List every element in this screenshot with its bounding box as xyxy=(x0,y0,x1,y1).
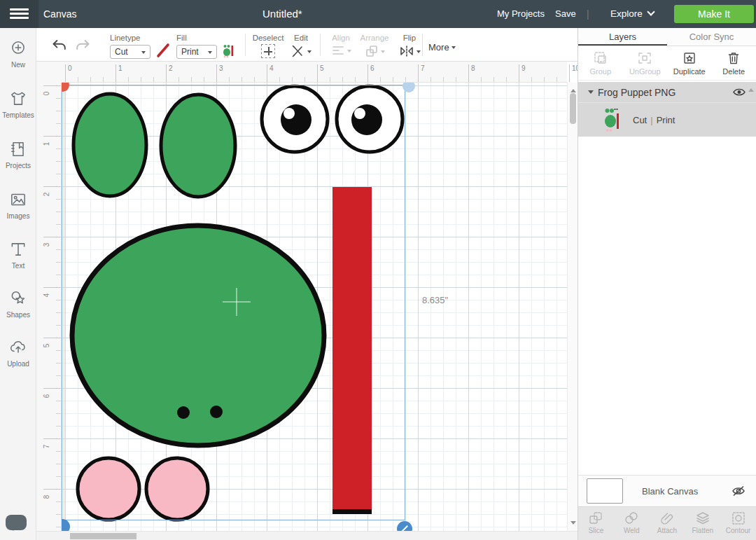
layer-name: Frog Puppet PNG xyxy=(598,87,732,98)
sidebar-item-text[interactable]: Text xyxy=(0,240,36,270)
ruler-tick xyxy=(393,77,393,82)
my-projects-link[interactable]: My Projects xyxy=(497,0,545,28)
deselect-icon xyxy=(261,44,275,58)
ungroup-button[interactable]: UnGroup xyxy=(623,46,668,80)
blank-canvas-label: Blank Canvas xyxy=(642,486,731,497)
edit-menu-button[interactable]: Edit xyxy=(287,34,315,58)
layers-panel: Layers Color Sync Group UnGroup Duplicat… xyxy=(578,28,756,540)
fill-print-swatch[interactable] xyxy=(221,43,235,58)
linetype-select[interactable]: Cut xyxy=(110,45,150,59)
layer-actions: Group UnGroup Duplicate Delete xyxy=(578,46,756,81)
select-caret-icon xyxy=(141,51,146,56)
ruler-tick xyxy=(56,212,61,212)
templates-icon xyxy=(9,90,27,108)
tab-layers[interactable]: Layers xyxy=(578,28,667,46)
ruler-number: 5 xyxy=(320,64,324,72)
ruler-corner xyxy=(36,62,62,83)
ruler-number: 0 xyxy=(43,86,50,102)
group-button[interactable]: Group xyxy=(578,46,623,80)
toolbar-divider xyxy=(320,34,321,56)
ruler-tick xyxy=(56,300,61,300)
deselect-button[interactable]: Deselect xyxy=(252,34,284,58)
vertical-scroll-thumb[interactable] xyxy=(570,93,576,124)
feedback-chat-bubble[interactable] xyxy=(6,515,27,530)
caret-down-icon xyxy=(307,50,312,55)
caret-down-icon xyxy=(451,46,456,51)
flip-menu-button[interactable]: Flip xyxy=(394,34,425,58)
layer-expand-caret-icon[interactable] xyxy=(588,90,594,97)
layer-operations: Cut|Print xyxy=(633,115,675,125)
layer-visibility-eye-icon[interactable] xyxy=(732,87,746,97)
arrange-menu-button[interactable]: Arrange xyxy=(357,34,392,58)
duplicate-button[interactable]: Duplicate xyxy=(667,46,712,80)
redo-button[interactable] xyxy=(74,38,91,55)
ruler-tick xyxy=(481,77,482,82)
ruler-tick xyxy=(178,77,179,82)
ruler-tick xyxy=(56,363,61,364)
explore-menu[interactable]: Explore xyxy=(610,0,654,28)
tab-color-sync[interactable]: Color Sync xyxy=(667,28,756,46)
make-it-button[interactable]: Make It xyxy=(674,5,754,23)
scroll-down-icon[interactable] xyxy=(570,521,576,527)
shapes-icon xyxy=(9,289,27,307)
fill-select[interactable]: Print xyxy=(176,45,217,59)
ruler-tick xyxy=(355,77,356,82)
attach-button[interactable]: Attach xyxy=(650,507,685,540)
ruler-tick xyxy=(342,77,343,82)
canvas-visibility-eye-slash-icon[interactable] xyxy=(731,485,746,497)
sidebar-item-shapes[interactable]: Shapes xyxy=(0,289,36,319)
selection-bounding-box[interactable] xyxy=(62,85,405,520)
horizontal-scroll-thumb[interactable] xyxy=(70,533,136,539)
ruler-number: 8 xyxy=(471,64,475,72)
sidebar-item-upload[interactable]: Upload xyxy=(0,338,36,368)
ruler-tick xyxy=(292,77,293,82)
layer-group-row[interactable]: Frog Puppet PNG xyxy=(578,82,756,102)
ruler-tick xyxy=(56,514,61,515)
delete-button[interactable]: Delete xyxy=(712,46,756,80)
ruler-tick xyxy=(330,77,330,82)
hamburger-menu-button[interactable] xyxy=(0,0,38,28)
ruler-inch-line xyxy=(267,64,267,82)
more-menu-button[interactable]: More xyxy=(428,42,456,53)
ruler-inch-line xyxy=(317,64,318,82)
ruler-number: 1 xyxy=(118,64,122,72)
canvas-background-swatch[interactable] xyxy=(587,478,623,504)
canvas-vertical-scrollbar[interactable] xyxy=(567,83,578,531)
ruler-inch-line xyxy=(569,64,570,82)
text-icon xyxy=(9,240,27,258)
sidebar-item-projects[interactable]: Projects xyxy=(0,140,36,169)
ruler-number: 4 xyxy=(270,64,274,72)
layer-op-cut[interactable]: Cut xyxy=(633,115,647,125)
undo-button[interactable] xyxy=(51,38,68,55)
ruler-tick xyxy=(279,77,280,82)
ruler-tick xyxy=(56,161,61,162)
flatten-icon xyxy=(695,511,710,526)
fill-label: Fill xyxy=(176,34,235,42)
select-caret-icon xyxy=(208,51,212,56)
ruler-tick xyxy=(56,111,61,111)
scroll-up-icon[interactable] xyxy=(570,86,576,92)
layer-item-row[interactable]: Cut|Print xyxy=(578,102,756,137)
panel-scroll-up-icon[interactable] xyxy=(748,85,754,92)
align-menu-button[interactable]: Align xyxy=(326,34,356,57)
flatten-button[interactable]: Flatten xyxy=(685,507,720,540)
save-link[interactable]: Save xyxy=(555,0,576,28)
edit-toolbar: Linetype Cut Fill Print xyxy=(36,28,578,62)
ruler-tick xyxy=(128,77,129,82)
toolbar-divider xyxy=(422,34,423,56)
ruler-tick xyxy=(56,123,61,124)
sidebar-item-templates[interactable]: Templates xyxy=(0,90,36,119)
ruler-tick xyxy=(90,77,91,82)
weld-button[interactable]: Weld xyxy=(614,507,650,540)
canvas-horizontal-scrollbar[interactable] xyxy=(36,531,578,540)
contour-button[interactable]: Contour xyxy=(720,507,756,540)
ruler-number: 3 xyxy=(43,237,50,253)
ruler-tick xyxy=(544,77,545,82)
sidebar-item-new[interactable]: New xyxy=(0,39,36,69)
layer-op-print[interactable]: Print xyxy=(657,115,676,125)
cricut-design-space-window: Canvas Untitled* My Projects Save | Expl… xyxy=(0,0,756,540)
linetype-color-swatch[interactable] xyxy=(155,43,171,58)
sidebar-item-images[interactable]: Images xyxy=(0,191,36,220)
slice-button[interactable]: Slice xyxy=(578,507,614,540)
ruler-tick xyxy=(56,527,61,527)
